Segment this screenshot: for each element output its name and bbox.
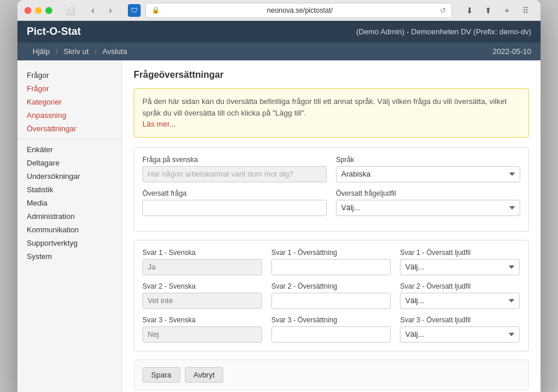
traffic-lights: [24, 7, 52, 14]
app-title: Pict-O-Stat: [27, 26, 81, 38]
sidebar-item-supportverktyg[interactable]: Supportverktyg: [17, 236, 121, 250]
browser-nav: ‹ ›: [85, 4, 119, 17]
answer-2-row: Svar 2 - Svenska Svar 2 - Översättning S…: [142, 282, 520, 309]
answer-1-audio-select[interactable]: Välj...: [400, 259, 520, 275]
cancel-button[interactable]: Avbryt: [185, 367, 224, 383]
answer-3-row: Svar 3 - Svenska Svar 3 - Översättning S…: [142, 316, 520, 343]
minimize-button[interactable]: [35, 7, 42, 14]
answer-3-audio-label: Svar 3 - Översatt ljudfil: [400, 316, 520, 324]
answer-2-audio-label: Svar 2 - Översatt ljudfil: [400, 282, 520, 290]
answer-3-translation-label: Svar 3 - Översättning: [271, 316, 391, 324]
content-area: Frågeöversättningar På den här sidan kan…: [122, 60, 541, 392]
url-bar[interactable]: 🔒 neonova.se/pictostat/ ↺: [145, 3, 452, 18]
back-button[interactable]: ‹: [85, 4, 101, 17]
url-text: neonova.se/pictostat/: [163, 6, 437, 15]
answer-1-swedish-group: Svar 1 - Svenska: [142, 249, 262, 275]
lock-icon: 🔒: [152, 6, 160, 14]
nav-help[interactable]: Hjälp: [27, 42, 56, 60]
sidebar-item-fragor[interactable]: Frågor: [17, 82, 121, 95]
fullscreen-button[interactable]: [45, 7, 52, 14]
sidebar-item-media[interactable]: Media: [17, 196, 121, 210]
nav-date: 2022-05-10: [493, 42, 532, 60]
action-footer: Spara Avbryt: [134, 359, 529, 390]
answer-2-swedish-group: Svar 2 - Svenska: [142, 282, 262, 309]
answer-1-translation-label: Svar 1 - Översättning: [271, 249, 391, 257]
translated-audio-label: Översatt frågeljudfil: [336, 189, 520, 197]
translated-audio-group: Översatt frågeljudfil Välj...: [336, 189, 520, 216]
answer-2-translation-input[interactable]: [271, 293, 391, 309]
nav-exit[interactable]: Avsluta: [96, 42, 133, 60]
question-swedish-label: Fråga på svenska: [142, 156, 327, 164]
language-label: Språk: [336, 156, 520, 164]
content-title: Frågeöversättningar: [134, 70, 529, 80]
titlebar: ⬜ ‹ › 🛡 🔒 neonova.se/pictostat/ ↺ ⬇ ⬆ + …: [17, 0, 541, 21]
language-group: Språk Arabiska: [336, 156, 520, 182]
question-form-section: Fråga på svenska Språk Arabiska Översatt…: [134, 147, 529, 232]
sidebar-item-oversattningar[interactable]: Översättningar: [17, 122, 121, 135]
nav-bar: Hjälp / Skriv ut / Avsluta 2022-05-10: [17, 42, 541, 60]
language-select[interactable]: Arabiska: [336, 166, 520, 182]
translated-question-label: Översatt fråga: [142, 189, 327, 197]
question-swedish-group: Fråga på svenska: [142, 156, 327, 182]
sidebar: Frågor Frågor Kategorier Anpassning Över…: [17, 60, 122, 392]
translated-row: Översatt fråga Översatt frågeljudfil Väl…: [142, 189, 520, 216]
question-row: Fråga på svenska Språk Arabiska: [142, 156, 520, 182]
answer-2-translation-group: Svar 2 - Översättning: [271, 282, 391, 309]
sidebar-item-kategorier[interactable]: Kategorier: [17, 95, 121, 109]
answer-2-translation-label: Svar 2 - Översättning: [271, 282, 391, 290]
save-button[interactable]: Spara: [142, 367, 180, 383]
answer-3-swedish-input: [142, 326, 262, 343]
info-box-text: På den här sidan kan du översätta befint…: [142, 97, 507, 117]
answer-1-translation-input[interactable]: [271, 259, 391, 275]
sidebar-item-system[interactable]: System: [17, 250, 121, 263]
answer-1-row: Svar 1 - Svenska Svar 1 - Översättning S…: [142, 249, 520, 275]
info-box: På den här sidan kan du översätta befint…: [134, 88, 529, 138]
answer-3-audio-group: Svar 3 - Översatt ljudfil Välj...: [400, 316, 520, 343]
tabs-icon[interactable]: ⠿: [517, 4, 534, 17]
answer-2-audio-group: Svar 2 - Översatt ljudfil Välj...: [400, 282, 520, 309]
answer-1-audio-group: Svar 1 - Översatt ljudfil Välj...: [400, 249, 520, 275]
forward-button[interactable]: ›: [102, 4, 119, 17]
window-controls: ⬜: [62, 4, 78, 17]
titlebar-action-buttons: ⬇ ⬆ + ⠿: [462, 4, 534, 17]
answer-3-translation-group: Svar 3 - Översättning: [271, 316, 391, 343]
answer-1-audio-label: Svar 1 - Översatt ljudfil: [400, 249, 520, 257]
new-tab-icon[interactable]: +: [499, 4, 515, 17]
answer-1-translation-group: Svar 1 - Översättning: [271, 249, 391, 275]
reload-icon[interactable]: ↺: [440, 6, 446, 15]
browser-window: ⬜ ‹ › 🛡 🔒 neonova.se/pictostat/ ↺ ⬇ ⬆ + …: [17, 0, 541, 392]
sidebar-item-undersokningar[interactable]: Undersökningar: [17, 170, 121, 183]
answer-3-swedish-label: Svar 3 - Svenska: [142, 316, 262, 324]
sidebar-divider: [17, 139, 121, 139]
translated-audio-select[interactable]: Välj...: [336, 200, 520, 216]
bitwarden-icon[interactable]: 🛡: [128, 4, 141, 17]
sidebar-item-deltagare[interactable]: Deltagare: [17, 156, 121, 170]
sidebar-item-anpassning[interactable]: Anpassning: [17, 109, 121, 122]
answer-3-audio-select[interactable]: Välj...: [400, 326, 520, 343]
sidebar-item-administration[interactable]: Administration: [17, 210, 121, 223]
answer-2-swedish-label: Svar 2 - Svenska: [142, 282, 262, 290]
answer-1-swedish-label: Svar 1 - Svenska: [142, 249, 262, 257]
nav-print[interactable]: Skriv ut: [58, 42, 94, 60]
sidebar-item-statistik[interactable]: Statistik: [17, 183, 121, 196]
tab-icon: ⬜: [62, 4, 78, 17]
app-subtitle: (Demo Admin) - Demoenheten DV (Prefix: d…: [356, 27, 531, 36]
app-header: Pict-O-Stat (Demo Admin) - Demoenheten D…: [17, 21, 541, 42]
answer-3-translation-input[interactable]: [271, 326, 391, 343]
answers-section: Svar 1 - Svenska Svar 1 - Översättning S…: [134, 240, 529, 351]
translated-question-group: Översatt fråga: [142, 189, 327, 216]
sidebar-section-fragor: Frågor: [17, 67, 121, 82]
answer-3-swedish-group: Svar 3 - Svenska: [142, 316, 262, 343]
main-layout: Frågor Frågor Kategorier Anpassning Över…: [17, 60, 541, 392]
answer-2-audio-select[interactable]: Välj...: [400, 293, 520, 309]
downloads-icon[interactable]: ⬇: [462, 4, 478, 17]
translated-question-input[interactable]: [142, 200, 327, 216]
nav-links: Hjälp / Skriv ut / Avsluta: [27, 42, 133, 60]
sidebar-item-enkater[interactable]: Enkäter: [17, 143, 121, 156]
sidebar-item-kommunikation[interactable]: Kommunikation: [17, 223, 121, 236]
answer-2-swedish-input: [142, 293, 262, 309]
share-icon[interactable]: ⬆: [480, 4, 496, 17]
close-button[interactable]: [24, 7, 31, 14]
answer-1-swedish-input: [142, 259, 262, 275]
read-more-link[interactable]: Läs mer...: [142, 120, 176, 128]
